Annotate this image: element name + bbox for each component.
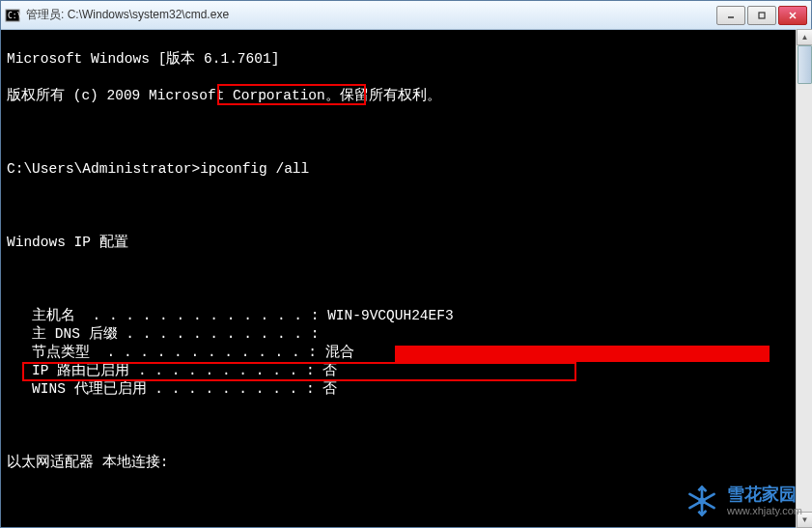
window-controls [716, 6, 807, 25]
window-title: 管理员: C:\Windows\system32\cmd.exe [26, 7, 716, 23]
output-row: 节点类型 . . . . . . . . . . . . : 混合 [7, 344, 805, 362]
output-row: WINS 代理已启用 . . . . . . . . . : 否 [7, 380, 805, 399]
output-row: IP 路由已启用 . . . . . . . . . . : 否 [7, 362, 805, 380]
output-row: 主机名 . . . . . . . . . . . . . : WIN-9VCQ… [7, 307, 805, 325]
cmd-icon: C:\ [5, 8, 20, 23]
section-ipconfig: Windows IP 配置 [7, 234, 805, 252]
scroll-thumb[interactable] [798, 45, 812, 84]
section-adapter: 以太网适配器 本地连接: [7, 454, 805, 472]
prompt: C:\Users\Administrator> [7, 161, 200, 177]
vertical-scrollbar[interactable]: ▲ ▼ [796, 29, 812, 528]
titlebar: C:\ 管理员: C:\Windows\system32\cmd.exe [1, 1, 811, 30]
version-line: Microsoft Windows [版本 6.1.7601] [7, 50, 805, 69]
scroll-up-button[interactable]: ▲ [797, 29, 812, 45]
maximize-button[interactable] [747, 6, 776, 25]
svg-rect-3 [759, 13, 765, 18]
output-row: 主 DNS 后缀 . . . . . . . . . . . : [7, 325, 805, 344]
command: ipconfig /all [200, 161, 309, 177]
close-button[interactable] [778, 6, 807, 25]
cmd-window: C:\ 管理员: C:\Windows\system32\cmd.exe Mic… [0, 0, 812, 528]
terminal-output[interactable]: Microsoft Windows [版本 6.1.7601] 版权所有 (c)… [1, 30, 811, 527]
svg-text:C:\: C:\ [8, 12, 20, 20]
prompt-line: C:\Users\Administrator>ipconfig /all [7, 160, 805, 179]
scroll-down-button[interactable]: ▼ [797, 512, 812, 528]
copyright-line: 版权所有 (c) 2009 Microsoft Corporation。保留所有… [7, 87, 805, 105]
minimize-button[interactable] [716, 6, 745, 25]
